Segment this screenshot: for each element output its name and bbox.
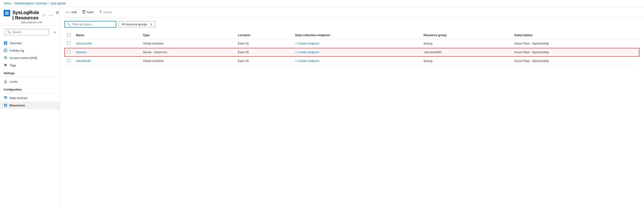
- row-checkbox-cell[interactable]: [64, 39, 73, 48]
- resources-icon: [4, 104, 7, 107]
- resource-subtitle: Data collection rule: [12, 21, 54, 24]
- access-control-icon: [4, 56, 7, 60]
- resources-table: Name Type Location Data collection endpo…: [64, 31, 640, 66]
- locks-icon: [4, 80, 7, 84]
- col-endpoint: Data collection endpoint: [292, 31, 421, 39]
- sidebar-item-access-control[interactable]: Access control (IAM): [0, 54, 60, 62]
- svg-rect-4: [4, 42, 5, 43]
- row-type: Virtual machine: [140, 57, 235, 66]
- resource-group-label: All resource groups: [122, 22, 147, 26]
- sidebar-item-locks[interactable]: Locks: [0, 78, 60, 85]
- row-endpoint[interactable]: + Create endpoint: [292, 48, 421, 57]
- col-resource-group: Resource group: [421, 31, 512, 39]
- table-row: AZLinuxVM Virtual machine East US + Crea…: [64, 39, 640, 48]
- favorite-button[interactable]: ☆: [41, 13, 46, 18]
- row-subscription: Azure Pass - Sponsorship: [512, 48, 640, 57]
- col-location: Location: [235, 31, 292, 39]
- row-checkbox-cell[interactable]: [64, 48, 73, 57]
- svg-rect-23: [83, 12, 85, 13]
- create-endpoint-link[interactable]: + Create endpoint: [295, 42, 418, 45]
- sidebar-search-box[interactable]: 🔍: [4, 29, 48, 35]
- create-endpoint-link[interactable]: + Create endpoint: [295, 50, 418, 54]
- svg-rect-20: [6, 106, 7, 107]
- filter-by-name-box[interactable]: 🔍: [64, 21, 116, 28]
- main-content: + + Add Save: [60, 7, 644, 204]
- access-control-label: Access control (IAM): [10, 56, 37, 60]
- row-checkbox[interactable]: [67, 42, 70, 45]
- svg-rect-2: [5, 13, 7, 15]
- toolbar: + + Add Save: [60, 7, 644, 17]
- row-name: AZLinuxVM: [73, 39, 140, 48]
- row-subscription: Azure Pass - Sponsorship: [512, 57, 640, 66]
- col-type: Type: [140, 31, 235, 39]
- collapse-button[interactable]: «: [52, 30, 58, 35]
- delete-button[interactable]: Delete: [97, 9, 114, 15]
- overview-icon: [4, 41, 7, 45]
- configuration-divider: [4, 93, 56, 93]
- sidebar-item-data-sources[interactable]: Data sources: [0, 94, 60, 102]
- sidebar-item-resources[interactable]: Resources: [0, 102, 60, 109]
- resource-icon: [4, 10, 10, 16]
- row-checkbox-cell[interactable]: [64, 57, 73, 66]
- save-button[interactable]: Save: [80, 9, 96, 15]
- activity-log-label: Activity log: [10, 49, 24, 52]
- row-location: East US: [235, 57, 292, 66]
- svg-rect-18: [6, 104, 7, 105]
- row-checkbox[interactable]: [67, 50, 70, 54]
- filter-search-icon: 🔍: [67, 23, 71, 26]
- svg-rect-5: [6, 42, 7, 43]
- tags-icon: [4, 63, 7, 67]
- row-resource-group: linuxrg: [421, 39, 512, 48]
- search-input[interactable]: [12, 30, 46, 34]
- filter-by-name-input[interactable]: [72, 22, 114, 26]
- resource-name-link[interactable]: UbuServ20: [76, 59, 91, 63]
- locks-label: Locks: [10, 80, 18, 84]
- resources-label: Resources: [10, 104, 25, 107]
- breadcrumb-home[interactable]: Home: [4, 2, 11, 5]
- more-options-button[interactable]: ···: [48, 13, 54, 18]
- breadcrumb: Home › NoMarketplace | Overview › SysLog…: [0, 0, 644, 7]
- data-sources-icon: [4, 96, 7, 100]
- sidebar-item-tags[interactable]: Tags: [0, 62, 60, 69]
- svg-rect-16: [4, 98, 7, 99]
- select-all-checkbox[interactable]: [67, 33, 70, 36]
- svg-rect-7: [6, 43, 7, 45]
- sidebar: SysLogRule | Resources ☆ ··· Data collec…: [0, 7, 60, 204]
- sidebar-header: SysLogRule | Resources ☆ ··· Data collec…: [0, 7, 60, 26]
- activity-log-icon: [4, 48, 7, 52]
- svg-rect-19: [4, 106, 5, 107]
- data-sources-label: Data sources: [10, 96, 28, 100]
- overview-label: Overview: [10, 42, 22, 45]
- sidebar-item-activity-log[interactable]: Activity log: [0, 47, 60, 54]
- row-resource-group: linuxrg: [421, 57, 512, 66]
- add-button[interactable]: + + Add: [64, 9, 79, 15]
- col-name: Name: [73, 31, 140, 39]
- resource-name-link[interactable]: AZLinuxVM: [76, 42, 92, 45]
- configuration-section-label: Configuration: [0, 85, 60, 92]
- row-subscription: Azure Pass - Sponsorship: [512, 39, 640, 48]
- tags-label: Tags: [10, 64, 16, 67]
- svg-rect-1: [7, 12, 8, 13]
- search-icon: 🔍: [7, 30, 11, 34]
- content-area: 🔍 All resource groups ∨ N: [60, 17, 644, 69]
- breadcrumb-overview[interactable]: NoMarketplace | Overview: [15, 2, 47, 5]
- sidebar-nav: Overview Activity log: [0, 38, 60, 204]
- svg-point-12: [6, 57, 7, 58]
- row-endpoint[interactable]: + Create endpoint: [292, 39, 421, 48]
- svg-point-11: [4, 57, 6, 58]
- col-subscription: Subscription: [512, 31, 640, 39]
- create-endpoint-link[interactable]: + Create endpoint: [295, 59, 418, 63]
- svg-rect-17: [4, 104, 5, 105]
- svg-rect-15: [4, 96, 7, 98]
- row-resource-group: -AzureArcRG: [421, 48, 512, 57]
- resource-name-link[interactable]: ubuntu1: [76, 50, 87, 54]
- row-checkbox[interactable]: [67, 59, 70, 62]
- resource-group-dropdown[interactable]: All resource groups ∨: [118, 21, 156, 28]
- row-endpoint[interactable]: + Create endpoint: [292, 57, 421, 66]
- breadcrumb-syslogrule[interactable]: SysLogRule: [51, 2, 66, 5]
- svg-point-13: [5, 64, 5, 65]
- sidebar-item-overview[interactable]: Overview: [0, 40, 60, 47]
- svg-rect-22: [83, 10, 84, 11]
- row-type: Server - Azure Arc: [140, 48, 235, 57]
- select-all-header[interactable]: [64, 31, 73, 39]
